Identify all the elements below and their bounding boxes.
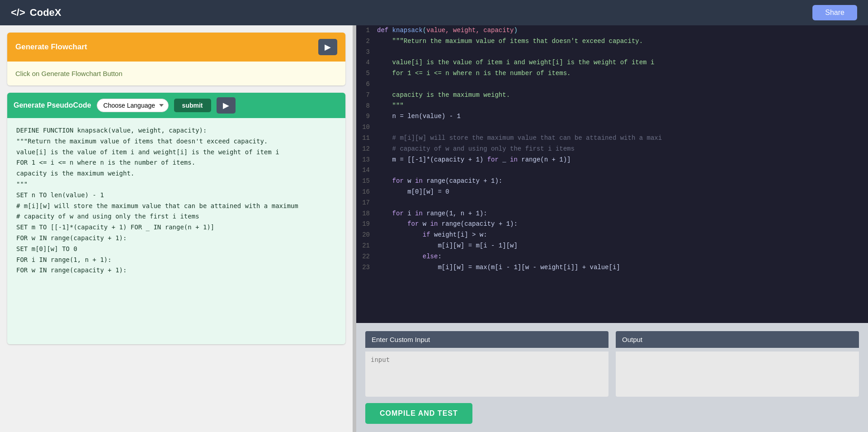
pseudocode-line: """ bbox=[16, 179, 336, 190]
code-token: in bbox=[510, 156, 518, 163]
pseudocode-line: DEFINE FUNCTION knapsack(value, weight, … bbox=[16, 125, 336, 136]
line-number: 18 bbox=[360, 209, 377, 219]
line-number: 10 bbox=[360, 122, 377, 133]
line-content: """ bbox=[377, 101, 404, 112]
pseudocode-line: """Return the maximum value of items tha… bbox=[16, 136, 336, 147]
code-token: for bbox=[377, 210, 404, 217]
line-content: # capacity of w and using only the first… bbox=[377, 144, 575, 155]
code-line: 8 """ bbox=[356, 101, 868, 112]
line-content: # m[i][w] will store the maximum value t… bbox=[377, 133, 662, 144]
line-content: def knapsack(value, weight, capacity) bbox=[377, 25, 518, 36]
flowchart-run-button[interactable]: ▶ bbox=[318, 39, 337, 55]
code-token: w bbox=[419, 220, 430, 228]
line-number: 11 bbox=[360, 133, 377, 144]
code-line: 19 for w in range(capacity + 1): bbox=[356, 219, 868, 230]
code-token: ( bbox=[423, 27, 426, 34]
code-line: 5 for 1 <= i <= n where n is the number … bbox=[356, 68, 868, 79]
line-number: 1 bbox=[360, 25, 377, 36]
pseudocode-header: Generate PseudoCode Choose Language Pyth… bbox=[7, 93, 345, 118]
code-editor[interactable]: 1def knapsack(value, weight, capacity)2 … bbox=[356, 25, 868, 323]
line-content bbox=[377, 47, 381, 58]
code-token: _ bbox=[499, 156, 510, 163]
line-content bbox=[377, 165, 381, 176]
output-header: Output bbox=[616, 331, 859, 348]
flowchart-body: Click on Generate Flowchart Button bbox=[7, 62, 345, 85]
code-line: 12 # capacity of w and using only the fi… bbox=[356, 144, 868, 155]
code-token: w bbox=[404, 177, 415, 185]
code-line: 10 bbox=[356, 122, 868, 133]
line-content: n = len(value) - 1 bbox=[377, 111, 461, 122]
line-content: m = [[-1]*(capacity + 1) for _ in range(… bbox=[377, 155, 571, 166]
custom-input-textarea[interactable] bbox=[365, 351, 609, 397]
line-number: 14 bbox=[360, 165, 377, 176]
pseudocode-body: DEFINE FUNCTION knapsack(value, weight, … bbox=[7, 118, 345, 344]
code-line: 11 # m[i][w] will store the maximum valu… bbox=[356, 133, 868, 144]
line-number: 19 bbox=[360, 219, 377, 230]
logo-icon: </> bbox=[11, 7, 25, 19]
code-token: # capacity of w and using only the first… bbox=[377, 145, 575, 152]
line-number: 9 bbox=[360, 111, 377, 122]
code-token: capacity is the maximum weight. bbox=[377, 91, 510, 99]
pseudocode-line: SET m TO [[-1]*(capacity + 1) FOR _ IN r… bbox=[16, 222, 336, 233]
pseudocode-line: FOR w IN range(capacity + 1): bbox=[16, 233, 336, 244]
line-number: 7 bbox=[360, 90, 377, 101]
code-token: for bbox=[377, 220, 419, 228]
line-content: for 1 <= i <= n where n is the number of… bbox=[377, 68, 571, 79]
line-number: 13 bbox=[360, 155, 377, 166]
line-content: if weight[i] > w: bbox=[377, 230, 487, 241]
code-token: ) bbox=[514, 27, 517, 34]
share-button[interactable]: Share bbox=[812, 5, 857, 20]
code-token: def bbox=[377, 27, 392, 34]
left-panel: Generate Flowchart ▶ Click on Generate F… bbox=[0, 25, 353, 432]
code-token: n = len(value) - 1 bbox=[377, 113, 461, 120]
code-token: range(capacity + 1): bbox=[423, 177, 502, 185]
flowchart-instruction: Click on Generate Flowchart Button bbox=[15, 70, 123, 77]
code-token: m = [[-1]*(capacity + 1) bbox=[377, 156, 487, 163]
code-token: i bbox=[404, 210, 415, 217]
line-number: 4 bbox=[360, 57, 377, 68]
line-number: 17 bbox=[360, 198, 377, 209]
code-line: 20 if weight[i] > w: bbox=[356, 230, 868, 241]
pseudocode-line: FOR 1 <= i <= n where n is the number of… bbox=[16, 157, 336, 168]
code-line: 18 for i in range(1, n + 1): bbox=[356, 209, 868, 219]
compile-test-button[interactable]: COMPILE AND TEST bbox=[365, 403, 472, 424]
io-row: Enter Custom Input Output bbox=[365, 331, 859, 397]
pseudocode-line: value[i] is the value of item i and weig… bbox=[16, 147, 336, 158]
code-token: if bbox=[377, 231, 430, 238]
pseudocode-run-button[interactable]: ▶ bbox=[217, 97, 236, 114]
line-number: 21 bbox=[360, 241, 377, 252]
code-token: in bbox=[415, 210, 423, 217]
code-token: # m[i][w] will store the maximum value t… bbox=[377, 134, 662, 142]
line-number: 6 bbox=[360, 79, 377, 90]
line-content: m[0][w] = 0 bbox=[377, 187, 449, 198]
code-line: 15 for w in range(capacity + 1): bbox=[356, 176, 868, 187]
pseudocode-title: Generate PseudoCode bbox=[14, 101, 91, 109]
line-number: 3 bbox=[360, 47, 377, 58]
language-select[interactable]: Choose Language Python Java C++ JavaScri… bbox=[97, 99, 169, 112]
code-line: 14 bbox=[356, 165, 868, 176]
line-content: for w in range(capacity + 1): bbox=[377, 176, 502, 187]
flowchart-section: Generate Flowchart ▶ Click on Generate F… bbox=[7, 33, 345, 85]
code-line: 4 value[i] is the value of item i and we… bbox=[356, 57, 868, 68]
code-line: 21 m[i][w] = m[i - 1][w] bbox=[356, 241, 868, 252]
code-token: range(1, n + 1): bbox=[423, 210, 487, 217]
line-content: value[i] is the value of item i and weig… bbox=[377, 57, 654, 68]
code-token: else bbox=[377, 253, 438, 260]
code-token: """Return the maximum value of items tha… bbox=[377, 38, 643, 45]
line-content: """Return the maximum value of items tha… bbox=[377, 36, 643, 47]
pseudocode-submit-button[interactable]: submit bbox=[174, 99, 211, 112]
pseudocode-line: SET m[0][w] TO 0 bbox=[16, 244, 336, 255]
flowchart-title: Generate Flowchart bbox=[15, 43, 87, 52]
input-header: Enter Custom Input bbox=[365, 331, 609, 348]
main-content: Generate Flowchart ▶ Click on Generate F… bbox=[0, 25, 868, 432]
line-content bbox=[377, 198, 381, 209]
code-line: 17 bbox=[356, 198, 868, 209]
code-token: range(capacity + 1): bbox=[438, 220, 517, 228]
line-content bbox=[377, 122, 381, 133]
line-number: 2 bbox=[360, 36, 377, 47]
line-number: 22 bbox=[360, 252, 377, 262]
code-token: m[i][w] = m[i - 1][w] bbox=[377, 242, 518, 249]
pseudocode-line: FOR w IN range(capacity + 1): bbox=[16, 265, 336, 276]
code-line: 6 bbox=[356, 79, 868, 90]
pseudocode-line: FOR i IN range(1, n + 1): bbox=[16, 255, 336, 266]
